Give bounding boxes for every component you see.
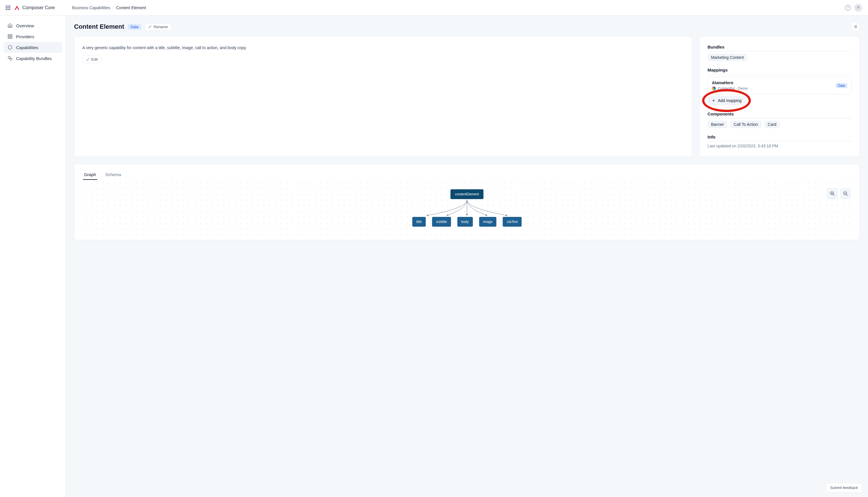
component-chip[interactable]: Card [764,120,780,128]
menu-icon [854,25,858,29]
mappings-title: Mappings [708,68,852,74]
pencil-icon [148,25,152,28]
main-content: Content Element Data Rename A very gener… [66,15,868,497]
tab-graph[interactable]: Graph [83,170,97,180]
sidebar-item-overview[interactable]: Overview [3,20,62,31]
apps-grid-icon[interactable] [6,5,10,10]
svg-line-16 [846,194,848,196]
sidebar: Overview Providers Capabilities Capabili… [0,15,66,497]
mapping-badge: Data [836,83,847,88]
info-section: Info Last updated on 2/20/2023, 3:43:18 … [708,134,852,148]
component-chip[interactable]: Call To Action [730,120,762,128]
breadcrumb: Business Capabilities › Content Element [72,5,146,10]
mapping-provider: Contentful - Demo [712,86,836,90]
breadcrumb-parent[interactable]: Business Capabilities [72,5,110,10]
components-title: Components [708,112,852,118]
graph-node[interactable]: image [479,217,497,227]
bundles-section: Bundles Marketing Content [708,44,852,61]
edit-button[interactable]: Edit [83,55,101,63]
logo-icon [14,4,20,11]
svg-point-4 [8,56,10,59]
header-left: Composer Core [6,4,55,11]
mapping-item[interactable]: AtamaHero Contentful - Demo Data [708,77,852,94]
layout: Overview Providers Capabilities Capabili… [0,15,868,497]
component-chip[interactable]: Banner [708,120,727,128]
pencil-icon [86,58,90,61]
components-section: Components Banner Call To Action Card [708,112,852,128]
mapping-left: AtamaHero Contentful - Demo [712,81,836,90]
chevron-right-icon: › [113,5,114,10]
details-card: Bundles Marketing Content Mappings Atama… [699,36,860,157]
app-logo[interactable]: Composer Core [14,4,55,11]
sidebar-item-label: Capability Bundles [16,56,52,61]
bundle-chip[interactable]: Marketing Content [708,54,747,61]
type-badge: Data [128,24,141,30]
zoom-out-button[interactable] [840,188,851,199]
edit-label: Edit [91,57,98,61]
contentful-icon [712,86,716,90]
graph-area[interactable]: contentElement title subtitle body image… [83,182,851,240]
sidebar-item-capabilities[interactable]: Capabilities [3,42,62,53]
home-icon [8,23,13,28]
bundles-title: Bundles [708,44,852,52]
sidebar-item-label: Providers [16,34,34,39]
tab-schema[interactable]: Schema [104,170,122,180]
graph-node[interactable]: ctaText [503,217,522,227]
mapping-name: AtamaHero [712,81,836,85]
sidebar-item-providers[interactable]: Providers [3,31,62,42]
svg-point-5 [10,58,12,60]
submit-feedback-button[interactable]: Submit feedback [826,483,862,493]
svg-rect-2 [8,37,10,39]
graph-edges [418,200,516,217]
grid-icon [8,34,13,39]
mappings-section: Mappings AtamaHero Contentful - Demo Dat… [708,68,852,105]
svg-rect-0 [8,34,10,36]
provider-label: Contentful - Demo [718,86,748,90]
sidebar-item-bundles[interactable]: Capability Bundles [3,53,62,64]
graph-node[interactable]: title [412,217,426,227]
breadcrumb-current: Content Element [116,5,146,10]
content-row: A very generic capability for content wi… [74,36,860,157]
page-title: Content Element [74,23,124,30]
page-header: Content Element Data Rename [74,23,860,31]
graph-root-node[interactable]: contentElement [450,189,483,199]
help-icon[interactable]: ? [845,5,851,11]
rename-button[interactable]: Rename [145,23,171,31]
description-card: A very generic capability for content wi… [74,36,692,157]
graph-card: Graph Schema contentElement [74,164,860,240]
app-header: Composer Core Business Capabilities › Co… [0,0,868,15]
svg-line-12 [833,194,835,196]
svg-rect-3 [11,37,12,39]
circles-icon [8,56,13,61]
app-title: Composer Core [23,5,55,10]
graph-tabs: Graph Schema [83,170,851,180]
info-text: Last updated on 2/20/2023, 3:43:18 PM [708,144,852,148]
zoom-controls [827,188,851,199]
add-mapping-button[interactable]: Add mapping [708,96,746,105]
info-title: Info [708,134,852,141]
menu-button[interactable] [851,23,860,31]
header-right: ? P [845,4,862,12]
svg-rect-1 [11,34,12,36]
add-mapping-label: Add mapping [718,98,742,103]
sidebar-item-label: Overview [16,23,34,28]
plus-icon [711,99,716,102]
user-avatar[interactable]: P [854,4,862,12]
zoom-in-button[interactable] [827,188,838,199]
graph-children: title subtitle body image ctaText [412,217,521,227]
graph-node[interactable]: subtitle [432,217,451,227]
sidebar-item-label: Capabilities [16,45,39,50]
graph-node[interactable]: body [457,217,473,227]
zoom-out-icon [843,191,848,196]
rename-label: Rename [153,25,167,29]
hexagon-icon [8,45,13,50]
zoom-in-icon [830,191,835,196]
description-text: A very generic capability for content wi… [83,44,684,51]
